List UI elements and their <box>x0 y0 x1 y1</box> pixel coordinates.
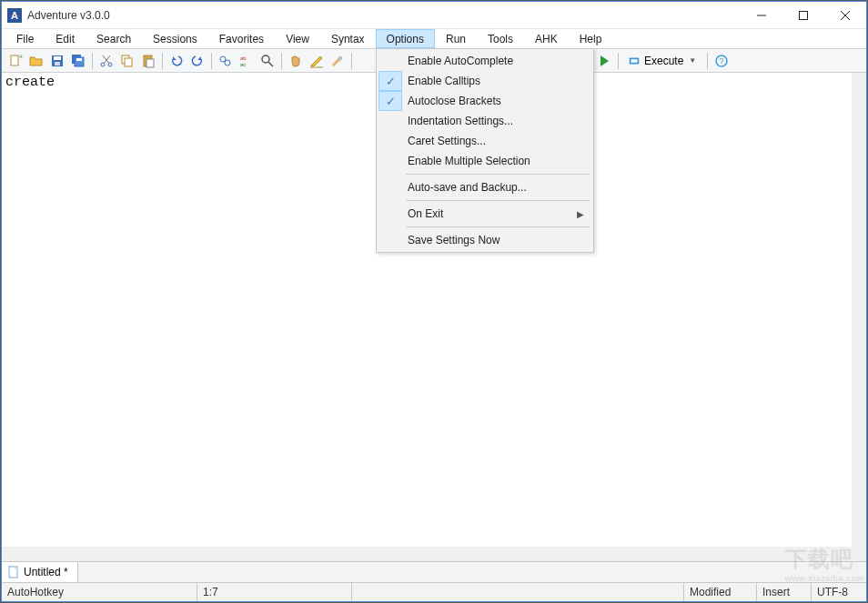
svg-text:+: + <box>19 54 23 60</box>
editor-content: create <box>5 75 55 90</box>
menu-separator <box>406 226 590 227</box>
dropdown-arrow-icon[interactable]: ▼ <box>687 56 698 65</box>
menu-file[interactable]: File <box>5 29 45 48</box>
svg-rect-8 <box>55 62 60 65</box>
svg-rect-7 <box>54 56 61 60</box>
menu-tools[interactable]: Tools <box>477 29 524 48</box>
menu-syntax[interactable]: Syntax <box>320 29 376 48</box>
svg-rect-32 <box>631 59 638 63</box>
dd-indentation-settings[interactable]: Indentation Settings... <box>378 111 591 131</box>
menu-search[interactable]: Search <box>86 29 142 48</box>
status-lang: AutoHotkey <box>2 583 197 601</box>
check-icon: ✓ <box>378 91 402 111</box>
separator <box>351 53 352 69</box>
svg-point-21 <box>225 60 230 65</box>
save-all-icon[interactable] <box>68 51 88 71</box>
svg-text:?: ? <box>720 56 724 65</box>
statusbar: AutoHotkey 1:7 Modified Insert UTF-8 <box>2 583 866 601</box>
window-title: Adventure v3.0.0 <box>27 9 741 22</box>
brush-icon[interactable] <box>328 51 348 71</box>
svg-line-14 <box>104 55 110 64</box>
menu-help[interactable]: Help <box>569 29 613 48</box>
svg-line-15 <box>103 55 109 64</box>
dd-caret-settings[interactable]: Caret Settings... <box>378 131 591 151</box>
menubar: File Edit Search Sessions Favorites View… <box>2 29 866 49</box>
save-icon[interactable] <box>47 51 67 71</box>
window-controls <box>741 2 866 28</box>
tab-label: Untitled * <box>24 566 68 578</box>
dd-autosave-backup[interactable]: Auto-save and Backup... <box>378 177 591 197</box>
execute-button[interactable]: Execute ▼ <box>622 51 703 71</box>
dd-enable-autocomplete[interactable]: Enable AutoComplete <box>378 51 591 71</box>
menu-edit[interactable]: Edit <box>45 29 86 48</box>
check-icon: ✓ <box>378 71 402 91</box>
svg-text:ab: ab <box>240 55 247 61</box>
menu-run[interactable]: Run <box>435 29 477 48</box>
titlebar: A Adventure v3.0.0 <box>2 2 866 29</box>
status-empty <box>352 583 684 601</box>
svg-rect-17 <box>125 58 132 66</box>
search-icon[interactable] <box>257 51 278 71</box>
close-button[interactable] <box>824 2 866 28</box>
status-encoding: UTF-8 <box>812 583 866 601</box>
dd-multiple-selection[interactable]: Enable Multiple Selection <box>378 151 591 171</box>
run-icon[interactable] <box>594 51 614 71</box>
dd-autoclose-brackets[interactable]: ✓Autoclose Brackets <box>378 91 591 111</box>
svg-text:ac: ac <box>240 62 246 67</box>
submenu-arrow-icon: ▶ <box>577 209 591 219</box>
status-modified: Modified <box>684 583 757 601</box>
status-insert: Insert <box>757 583 812 601</box>
menu-separator <box>406 174 590 175</box>
pencil-icon[interactable] <box>307 51 327 71</box>
svg-rect-4 <box>11 55 18 65</box>
svg-line-25 <box>268 62 273 66</box>
menu-view[interactable]: View <box>275 29 320 48</box>
status-pos: 1:7 <box>197 583 352 601</box>
execute-icon <box>628 55 641 67</box>
menu-options[interactable]: Options <box>376 29 435 48</box>
menu-sessions[interactable]: Sessions <box>142 29 208 48</box>
menu-favorites[interactable]: Favorites <box>208 29 275 48</box>
svg-rect-19 <box>146 59 154 67</box>
file-icon <box>7 566 20 578</box>
dd-on-exit[interactable]: On Exit▶ <box>378 204 591 224</box>
separator <box>92 53 93 69</box>
undo-icon[interactable] <box>167 51 187 71</box>
menu-separator <box>406 200 590 201</box>
tab-untitled[interactable]: Untitled * <box>2 562 78 582</box>
open-icon[interactable] <box>26 51 46 71</box>
svg-point-24 <box>262 55 269 63</box>
svg-rect-11 <box>76 58 82 61</box>
maximize-button[interactable] <box>782 2 824 28</box>
help-icon[interactable]: ? <box>712 51 732 71</box>
separator <box>707 53 708 69</box>
options-dropdown: Enable AutoComplete ✓Enable Calltips ✓Au… <box>376 48 594 253</box>
separator <box>211 53 212 69</box>
new-file-icon[interactable]: + <box>5 51 25 71</box>
redo-icon[interactable] <box>187 51 207 71</box>
find-icon[interactable] <box>216 51 236 71</box>
replace-icon[interactable]: abac <box>237 51 257 71</box>
separator <box>618 53 619 69</box>
paste-icon[interactable] <box>138 51 158 71</box>
minimize-button[interactable] <box>741 2 782 28</box>
cut-icon[interactable] <box>96 51 116 71</box>
dd-enable-calltips[interactable]: ✓Enable Calltips <box>378 71 591 91</box>
svg-rect-1 <box>800 11 808 19</box>
dd-save-settings-now[interactable]: Save Settings Now <box>378 230 591 250</box>
tabbar: Untitled * <box>2 561 866 583</box>
copy-icon[interactable] <box>117 51 137 71</box>
separator <box>162 53 163 69</box>
separator <box>281 53 282 69</box>
execute-label: Execute <box>644 55 683 67</box>
app-icon: A <box>7 8 22 23</box>
menu-ahk[interactable]: AHK <box>524 29 569 48</box>
hand-icon[interactable] <box>286 51 306 71</box>
